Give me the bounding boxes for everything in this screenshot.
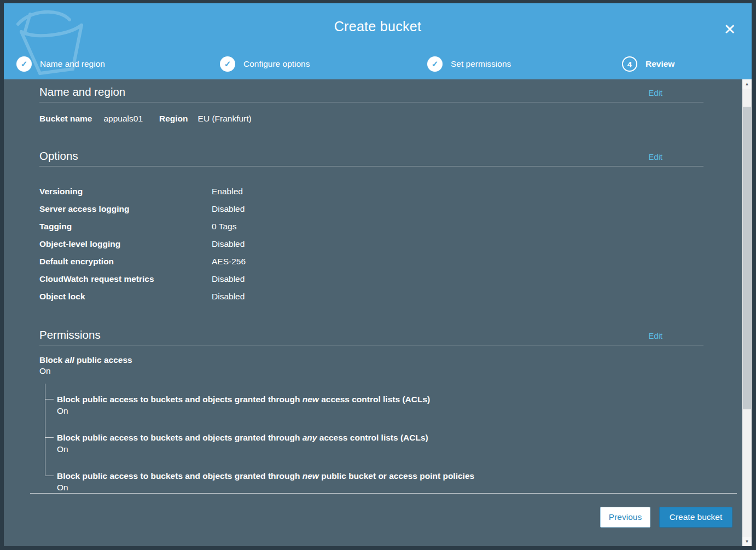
label-text-italic: new — [303, 471, 319, 480]
label-text: access control lists (ACLs) — [319, 395, 430, 404]
scroll-up-icon[interactable]: ▲ — [742, 79, 752, 89]
tree-connector-line — [45, 384, 45, 475]
option-value: Disabled — [212, 288, 703, 305]
permission-item: Block public access to buckets and objec… — [57, 393, 703, 417]
check-icon: ✓ — [224, 59, 231, 69]
section-title: Name and region — [39, 85, 648, 99]
permission-item: Block public access to buckets and objec… — [57, 432, 703, 455]
previous-button[interactable]: Previous — [600, 507, 650, 528]
step-name-and-region[interactable]: ✓ Name and region — [16, 56, 105, 72]
option-label: Tagging — [39, 218, 212, 235]
name-region-values: Bucket nameappuals01RegionEU (Frankfurt) — [39, 114, 703, 124]
label-text: Block public access to buckets and objec… — [57, 433, 303, 442]
region-value: EU (Frankfurt) — [198, 114, 252, 123]
section-divider — [39, 345, 703, 345]
step-number: 4 — [627, 60, 632, 69]
review-content: Name and region Edit Bucket nameappuals0… — [4, 79, 742, 546]
edit-permissions-link[interactable]: Edit — [648, 331, 662, 341]
check-icon: ✓ — [432, 59, 439, 69]
permission-status: On — [57, 405, 703, 417]
label-text: public access — [74, 355, 132, 364]
step-complete-icon: ✓ — [427, 56, 443, 72]
page-background: Create bucket ✕ ✓ Name and region ✓ Conf… — [0, 0, 756, 550]
step-configure-options[interactable]: ✓ Configure options — [220, 56, 310, 72]
label-text: public bucket or access point policies — [319, 471, 474, 480]
wizard-steps: ✓ Name and region ✓ Configure options ✓ … — [4, 56, 752, 73]
edit-options-link[interactable]: Edit — [648, 152, 662, 163]
section-title: Permissions — [39, 328, 648, 341]
option-label: Object-level logging — [39, 235, 212, 253]
section-options: Options Edit Versioning Enabled Server a… — [39, 149, 703, 305]
bucket-name-value: appuals01 — [103, 114, 143, 123]
block-all-status: On — [39, 365, 703, 377]
permission-text: Block public access to buckets and objec… — [57, 393, 703, 405]
check-icon: ✓ — [21, 59, 28, 69]
step-label: Set permissions — [451, 59, 511, 69]
create-bucket-modal: Create bucket ✕ ✓ Name and region ✓ Conf… — [4, 3, 752, 546]
step-set-permissions[interactable]: ✓ Set permissions — [427, 56, 511, 72]
section-title: Options — [39, 149, 648, 163]
scrollbar-thumb[interactable] — [743, 107, 751, 409]
option-label: Versioning — [39, 183, 212, 200]
section-name-and-region: Name and region Edit Bucket nameappuals0… — [39, 85, 703, 124]
label-text-italic: all — [65, 355, 74, 364]
section-divider — [39, 166, 703, 166]
option-label: CloudWatch request metrics — [39, 270, 212, 288]
permissions-tree: Block public access to buckets and objec… — [39, 384, 703, 494]
options-table: Versioning Enabled Server access logging… — [39, 183, 703, 305]
step-complete-icon: ✓ — [220, 56, 235, 72]
option-value: AES-256 — [212, 253, 703, 270]
vertical-scrollbar[interactable]: ▲ ▼ — [742, 79, 752, 546]
label-text-italic: any — [303, 433, 317, 442]
footer-divider — [30, 493, 737, 494]
option-value: 0 Tags — [212, 218, 703, 235]
permission-item: Block public access to buckets and objec… — [57, 470, 703, 494]
option-label: Object lock — [39, 288, 212, 305]
section-permissions: Permissions Edit Block all public access… — [39, 328, 703, 494]
label-text: Block public access to buckets and objec… — [57, 395, 303, 404]
step-label: Name and region — [40, 59, 105, 69]
option-label: Default encryption — [39, 253, 212, 270]
permission-status: On — [57, 482, 703, 494]
step-label: Review — [645, 59, 674, 69]
permission-text: Block public access to buckets and objec… — [57, 470, 703, 482]
block-all-public-access-label: Block all public access — [39, 355, 703, 365]
edit-name-region-link[interactable]: Edit — [648, 88, 662, 99]
option-value: Disabled — [212, 200, 703, 218]
bucket-name-label: Bucket name — [39, 114, 92, 123]
step-review[interactable]: 4 Review — [622, 56, 674, 72]
section-divider — [39, 102, 703, 102]
modal-header: Create bucket ✕ ✓ Name and region ✓ Conf… — [4, 3, 752, 79]
option-value: Disabled — [212, 270, 703, 288]
create-bucket-button[interactable]: Create bucket — [659, 507, 732, 528]
scroll-down-icon[interactable]: ▼ — [742, 537, 752, 546]
label-text: Block public access to buckets and objec… — [57, 471, 303, 480]
label-text-italic: new — [303, 395, 319, 404]
step-label: Configure options — [243, 59, 310, 69]
page-title: Create bucket — [4, 19, 752, 34]
step-number-badge: 4 — [622, 56, 637, 72]
close-icon[interactable]: ✕ — [720, 20, 740, 39]
permission-status: On — [57, 443, 703, 455]
region-label: Region — [159, 114, 188, 123]
permission-text: Block public access to buckets and objec… — [57, 432, 703, 443]
label-text: access control lists (ACLs) — [317, 433, 428, 442]
label-text: Block — [39, 355, 65, 364]
option-value: Disabled — [212, 235, 703, 253]
option-value: Enabled — [212, 183, 703, 200]
option-label: Server access logging — [39, 200, 212, 218]
step-complete-icon: ✓ — [16, 56, 32, 72]
